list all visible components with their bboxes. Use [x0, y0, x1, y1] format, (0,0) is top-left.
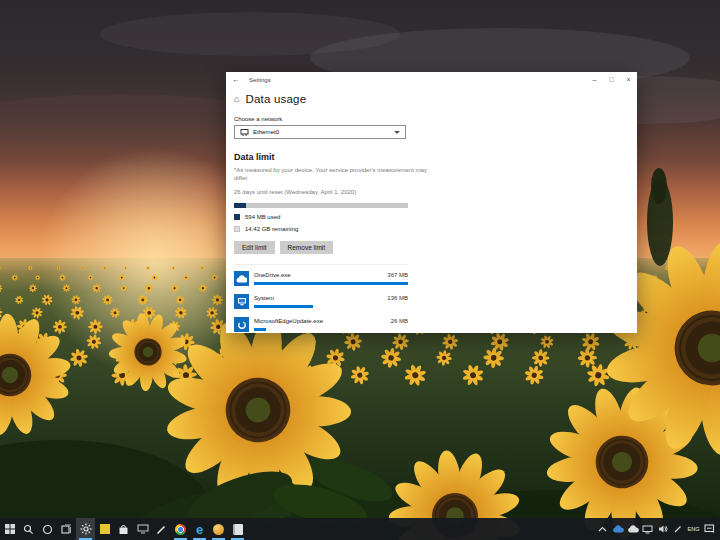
cortana-button[interactable] [38, 518, 57, 540]
taskbar: e [0, 518, 720, 540]
system-icon [234, 294, 249, 309]
speaker-icon [658, 524, 668, 534]
legend-used: 594 MB used [234, 214, 637, 220]
app-row-system: System 136 MB [234, 294, 408, 309]
reset-info: 26 days until reset (Wednesday, April 1,… [234, 189, 637, 195]
chevron-down-icon [394, 131, 400, 134]
cloud-blue-icon [612, 525, 624, 533]
app-name: System [254, 295, 274, 301]
volume-tray-button[interactable] [655, 518, 670, 540]
cortana-icon [42, 524, 53, 535]
chrome-taskbar-button[interactable] [171, 518, 190, 540]
data-limit-note: *As measured by your device. Your servic… [234, 167, 430, 182]
sticky-notes-icon [100, 524, 110, 534]
store-taskbar-button[interactable] [114, 518, 133, 540]
system-tray: ENG [595, 518, 720, 540]
edit-limit-button[interactable]: Edit limit [234, 241, 275, 254]
data-usage-meter-fill [234, 203, 246, 208]
edge-update-icon [234, 317, 249, 332]
taskbar-pinned: e [0, 518, 247, 540]
page-content: ⌂ Data usage Choose a network Ethernet0 … [226, 87, 637, 332]
onedrive-personal-tray-button[interactable] [625, 518, 640, 540]
used-label: 594 MB used [245, 214, 280, 220]
search-icon [23, 524, 34, 535]
pen-small-icon [673, 524, 683, 534]
limit-buttons: Edit limit Remove limit [234, 241, 637, 254]
gear-icon [80, 523, 92, 535]
pen-icon [156, 524, 167, 535]
app-usage-bar [254, 282, 408, 285]
app-usage: 26 MB [391, 318, 408, 324]
sticky-notes-taskbar-button[interactable] [95, 518, 114, 540]
window-title: Settings [249, 77, 271, 83]
app-usage: 136 MB [387, 295, 408, 301]
snip-taskbar-button[interactable] [152, 518, 171, 540]
remaining-swatch [234, 226, 240, 232]
back-arrow-icon[interactable]: ← [226, 72, 246, 87]
maximize-button[interactable]: □ [603, 72, 620, 87]
tray-expand-button[interactable] [595, 518, 610, 540]
app-usage-list: OneDrive.exe 367 MB [234, 264, 408, 332]
network-select[interactable]: Ethernet0 [234, 125, 406, 139]
settings-window: ← Settings – □ × ⌂ Data usage Choose a n… [226, 72, 637, 333]
ethernet-icon [240, 128, 249, 137]
store-bag-icon [118, 524, 129, 535]
legend-remaining: 14.42 GB remaining [234, 226, 637, 232]
page-title: Data usage [245, 93, 306, 105]
search-button[interactable] [19, 518, 38, 540]
close-button[interactable]: × [620, 72, 637, 87]
data-usage-meter [234, 203, 408, 208]
app-row-edge-update: MicrosoftEdgeUpdate.exe 26 MB [234, 317, 408, 332]
app-name: MicrosoftEdgeUpdate.exe [254, 318, 323, 324]
app-usage-bar [254, 328, 266, 331]
page-header: ⌂ Data usage [234, 93, 637, 105]
data-limit-heading: Data limit [234, 152, 637, 162]
document-icon [233, 524, 243, 535]
language-indicator[interactable]: ENG [685, 518, 702, 540]
documents-app-taskbar-button[interactable] [228, 518, 247, 540]
yellow-app-icon [213, 524, 224, 535]
window-controls: – □ × [586, 72, 637, 87]
remove-limit-button[interactable]: Remove limit [280, 241, 334, 254]
desktop: ← Settings – □ × ⌂ Data usage Choose a n… [0, 0, 720, 540]
choose-network-label: Choose a network [234, 116, 637, 122]
used-swatch [234, 214, 240, 220]
this-pc-taskbar-button[interactable] [133, 518, 152, 540]
windows-logo-icon [5, 524, 15, 534]
network-select-value: Ethernet0 [253, 129, 279, 135]
task-view-button[interactable] [57, 518, 76, 540]
display-icon [642, 525, 653, 534]
app-yellow-circle-taskbar-button[interactable] [209, 518, 228, 540]
pen-tray-button[interactable] [670, 518, 685, 540]
edge-taskbar-button[interactable]: e [190, 518, 209, 540]
app-row-onedrive: OneDrive.exe 367 MB [234, 271, 408, 286]
chrome-icon [175, 524, 186, 535]
app-usage: 367 MB [387, 272, 408, 278]
task-view-icon [61, 524, 72, 535]
app-usage-bar [254, 305, 313, 308]
remaining-label: 14.42 GB remaining [245, 226, 298, 232]
onedrive-icon [234, 271, 249, 286]
monitor-icon [137, 524, 149, 534]
titlebar: ← Settings – □ × [226, 72, 637, 87]
display-tray-button[interactable] [640, 518, 655, 540]
start-button[interactable] [0, 518, 19, 540]
onedrive-tray-button[interactable] [610, 518, 625, 540]
action-center-icon [704, 524, 715, 534]
action-center-button[interactable] [702, 518, 717, 540]
cloud-gray-icon [627, 525, 639, 533]
home-icon: ⌂ [234, 94, 239, 104]
chevron-up-icon [598, 526, 607, 532]
edge-icon: e [196, 523, 203, 536]
settings-taskbar-button[interactable] [76, 518, 95, 540]
app-name: OneDrive.exe [254, 272, 291, 278]
minimize-button[interactable]: – [586, 72, 603, 87]
